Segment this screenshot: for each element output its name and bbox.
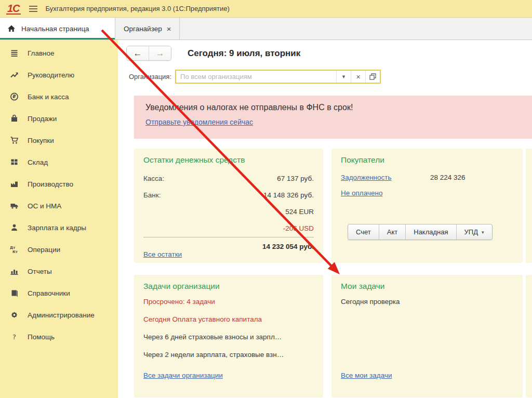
sidebar-item-salary-hr[interactable]: Зарплата и кадры <box>0 217 118 238</box>
tab-label: Начальная страница <box>21 25 89 33</box>
bank-row: Банк: 14 148 326 руб. <box>143 187 314 203</box>
total-amount: 14 232 054 руб. <box>143 243 314 250</box>
total-divider <box>143 237 314 237</box>
back-button[interactable]: ← <box>127 46 149 60</box>
card-title: Мои задачи <box>341 282 513 291</box>
bag-icon <box>9 114 19 123</box>
overdue-tasks-text: Просрочено: 4 задачи <box>143 298 314 306</box>
tab-organizer[interactable]: Органайзер × <box>115 18 180 39</box>
unpaid-link[interactable]: Не оплачено <box>341 189 382 197</box>
sidebar-label: Главное <box>28 49 55 57</box>
waybill-button[interactable]: Накладная <box>406 224 456 240</box>
sidebar-label: Склад <box>28 158 48 166</box>
sidebar-item-operations[interactable]: ДтКт Операции <box>0 238 118 260</box>
card-title: Задачи организации <box>143 282 314 291</box>
main-menu-icon[interactable] <box>29 6 37 12</box>
cards-row-2: Задачи организации Просрочено: 4 задачи … <box>134 275 532 397</box>
tab-bar: Начальная страница Органайзер × <box>0 18 532 40</box>
svg-text:Дт: Дт <box>10 246 16 250</box>
sections-panel: Главное Руководителю ₽ Банк и касса Прод… <box>0 40 118 398</box>
task-item[interactable]: Через 2 недели зарплата, страховые взн… <box>143 351 314 359</box>
truck-icon <box>9 202 19 210</box>
clear-icon[interactable]: × <box>351 71 365 83</box>
partial-card <box>526 149 532 263</box>
tax-warning-banner: Уведомления о налогах не отправлены в ФН… <box>134 96 532 139</box>
row-value-negative: -206 USD <box>283 224 314 232</box>
document-buttons-group: Счет Акт Накладная УПД ▾ <box>348 224 493 240</box>
sidebar-item-fixed-assets[interactable]: ОС и НМА <box>0 195 118 217</box>
home-icon <box>7 24 16 33</box>
open-list-icon[interactable] <box>365 71 380 83</box>
organization-row: Организация: ▾ × <box>129 70 532 84</box>
row-label: Банк: <box>143 191 161 199</box>
sidebar-item-help[interactable]: ? Помощь <box>0 326 118 348</box>
sidebar-label: Продажи <box>28 115 57 123</box>
nav-row: ← → Сегодня: 9 июля, вторник <box>126 46 532 61</box>
invoice-button[interactable]: Счет <box>348 224 379 240</box>
factory-icon <box>9 180 19 188</box>
tab-home-page[interactable]: Начальная страница <box>0 18 115 39</box>
sidebar-label: Администрирование <box>28 311 95 319</box>
tab-close-icon[interactable]: × <box>167 25 171 33</box>
person-icon <box>9 223 19 232</box>
books-icon <box>9 289 19 297</box>
sidebar-label: Покупки <box>28 137 54 144</box>
gear-icon <box>9 311 19 319</box>
sidebar-label: Производство <box>28 180 73 188</box>
sidebar-label: ОС и НМА <box>28 202 61 210</box>
sidebar-item-production[interactable]: Производство <box>0 173 118 195</box>
all-my-tasks-link[interactable]: Все мои задачи <box>341 372 392 379</box>
sidebar-label: Банк и касса <box>28 93 69 101</box>
sidebar-label: Справочники <box>28 289 70 297</box>
organization-field: ▾ × <box>175 70 381 84</box>
sidebar-label: Руководителю <box>28 71 74 79</box>
menu-lines-icon <box>9 49 19 57</box>
act-button[interactable]: Акт <box>379 224 406 240</box>
cards-row-1: Остатки денежных средств Касса: 67 137 р… <box>134 149 532 263</box>
1c-logo: 1С <box>6 3 21 15</box>
sidebar-item-sales[interactable]: Продажи <box>0 108 118 129</box>
sidebar-item-directories[interactable]: Справочники <box>0 282 118 304</box>
organization-input[interactable] <box>176 71 336 83</box>
trend-up-icon <box>9 71 19 79</box>
sidebar-label: Операции <box>28 246 60 254</box>
upd-button[interactable]: УПД ▾ <box>457 224 492 240</box>
organization-tasks-card: Задачи организации Просрочено: 4 задачи … <box>134 275 323 397</box>
send-notifications-link[interactable]: Отправьте уведомления сейчас <box>145 118 253 126</box>
card-title: Остатки денежных средств <box>143 155 314 165</box>
sidebar-item-administration[interactable]: Администрирование <box>0 304 118 326</box>
sidebar-item-manager[interactable]: Руководителю <box>0 64 118 86</box>
task-item[interactable]: Сегодня Оплата уставного капитала <box>143 315 314 323</box>
dropdown-arrow-icon[interactable]: ▾ <box>336 71 351 83</box>
caret-down-icon: ▾ <box>482 230 484 235</box>
sidebar-item-main[interactable]: Главное <box>0 42 118 64</box>
sidebar-label: Зарплата и кадры <box>28 224 86 232</box>
today-heading: Сегодня: 9 июля, вторник <box>188 48 300 59</box>
row-value: 67 137 руб. <box>277 175 314 182</box>
tab-label: Органайзер <box>124 25 162 33</box>
sidebar-label: Отчеты <box>28 268 52 275</box>
cart-icon <box>9 136 19 144</box>
sidebar-item-reports[interactable]: Отчеты <box>0 260 118 282</box>
organization-label: Организация: <box>129 73 171 81</box>
debt-link[interactable]: Задолженность <box>341 174 430 181</box>
svg-text:Кт: Кт <box>12 250 18 254</box>
task-item[interactable]: Сегодня проверка <box>341 298 513 306</box>
app-window: 1С Бухгалтерия предприятия, редакция 3.0… <box>0 0 532 398</box>
svg-text:?: ? <box>12 333 16 341</box>
usd-row: -206 USD <box>143 220 314 236</box>
unpaid-row: Не оплачено <box>341 189 513 197</box>
forward-button[interactable]: → <box>149 46 171 60</box>
buyers-card: Покупатели Задолженность 28 224 326 Не о… <box>331 149 523 263</box>
title-bar: 1С Бухгалтерия предприятия, редакция 3.0… <box>0 0 532 18</box>
row-value: 14 148 326 руб. <box>263 191 314 199</box>
all-org-tasks-link[interactable]: Все задачи организации <box>143 372 223 379</box>
debit-credit-icon: ДтКт <box>9 245 19 254</box>
history-nav-group: ← → <box>126 46 171 61</box>
sidebar-item-purchases[interactable]: Покупки <box>0 129 118 151</box>
sidebar-item-bank-cash[interactable]: ₽ Банк и касса <box>0 86 118 108</box>
debt-row: Задолженность 28 224 326 <box>341 174 513 181</box>
sidebar-item-warehouse[interactable]: Склад <box>0 151 118 173</box>
all-balances-link[interactable]: Все остатки <box>143 250 182 258</box>
task-item[interactable]: Через 6 дней страховые взносы и зарпл… <box>143 333 314 341</box>
